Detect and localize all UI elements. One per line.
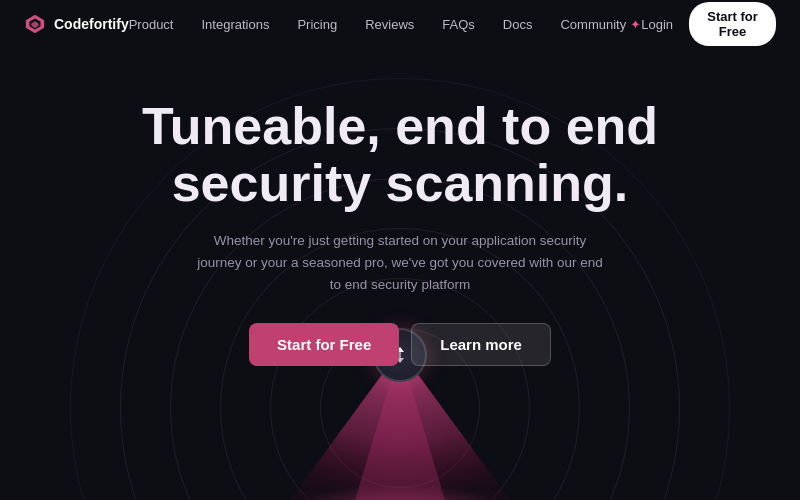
- nav-product[interactable]: Product: [129, 17, 174, 32]
- hero-title-line2: security scanning.: [172, 154, 629, 212]
- hero-buttons: Start for Free Learn more: [249, 323, 551, 366]
- viz-area: [200, 280, 600, 500]
- nav-community[interactable]: Community: [560, 17, 626, 32]
- nav-faqs[interactable]: FAQs: [442, 17, 475, 32]
- nav-integrations[interactable]: Integrations: [201, 17, 269, 32]
- nav-links: Product Integrations Pricing Reviews FAQ…: [129, 15, 642, 33]
- brand-name: Codefortify: [54, 16, 129, 32]
- nav-reviews[interactable]: Reviews: [365, 17, 414, 32]
- logo[interactable]: Codefortify: [24, 13, 129, 35]
- login-button[interactable]: Login: [641, 17, 673, 32]
- navbar: Codefortify Product Integrations Pricing…: [0, 0, 800, 48]
- hero-subtitle: Whether you're just getting started on y…: [190, 230, 610, 295]
- hero-section: Tuneable, end to end security scanning. …: [0, 48, 800, 500]
- logo-icon: [24, 13, 46, 35]
- hero-learn-button[interactable]: Learn more: [411, 323, 551, 366]
- hero-start-button[interactable]: Start for Free: [249, 323, 399, 366]
- nav-pricing[interactable]: Pricing: [297, 17, 337, 32]
- community-plus-icon: ✦: [630, 17, 641, 32]
- hero-title-line1: Tuneable, end to end: [142, 97, 658, 155]
- nav-right: Login Start for Free: [641, 2, 776, 46]
- hero-title: Tuneable, end to end security scanning.: [142, 98, 658, 212]
- nav-start-button[interactable]: Start for Free: [689, 2, 776, 46]
- cone-svg: [200, 280, 600, 500]
- nav-docs[interactable]: Docs: [503, 17, 533, 32]
